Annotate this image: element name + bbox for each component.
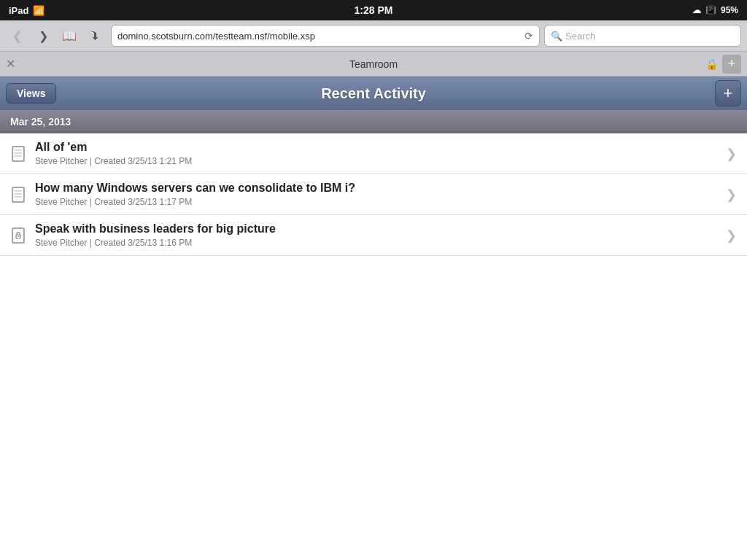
item-meta: Steve Pitcher | Created 3/25/13 1:16 PM bbox=[35, 238, 726, 248]
views-button[interactable]: Views bbox=[6, 83, 56, 104]
add-button[interactable]: + bbox=[715, 80, 741, 106]
item-title: How many Windows servers can we consolid… bbox=[35, 182, 726, 195]
item-title: Speak with business leaders for big pict… bbox=[35, 222, 726, 236]
item-title: All of 'em bbox=[35, 141, 726, 154]
svg-rect-0 bbox=[12, 147, 24, 161]
icloud-icon: ☁ bbox=[692, 5, 701, 15]
reload-button[interactable]: ⟳ bbox=[525, 30, 533, 42]
tab-title: Teamroom bbox=[349, 58, 398, 70]
tab-bar-left: ✕ bbox=[6, 57, 15, 71]
status-bar-right: ☁ 📳 95% bbox=[692, 5, 738, 15]
chevron-right-icon: ❯ bbox=[726, 228, 737, 244]
battery-label: 95% bbox=[721, 5, 738, 15]
activity-list: All of 'em Steve Pitcher | Created 3/25/… bbox=[0, 133, 747, 256]
url-text: domino.scotsburn.com/testteam.nsf/mobile… bbox=[117, 31, 520, 42]
browser-toolbar: ❮ ❯ 📖 ⮯ domino.scotsburn.com/testteam.ns… bbox=[0, 20, 747, 52]
bluetooth-icon: 📳 bbox=[705, 5, 716, 15]
lock-icon: 🔒 bbox=[705, 58, 718, 70]
svg-rect-8 bbox=[12, 228, 24, 243]
bookmarks-button[interactable]: 📖 bbox=[58, 25, 80, 47]
search-placeholder: Search bbox=[565, 31, 595, 42]
status-bar: iPad 📶 1:28 PM ☁ 📳 95% bbox=[0, 0, 747, 20]
address-bar[interactable]: domino.scotsburn.com/testteam.nsf/mobile… bbox=[111, 25, 540, 47]
svg-point-10 bbox=[18, 236, 19, 237]
status-bar-time: 1:28 PM bbox=[355, 4, 393, 16]
date-header: Mar 25, 2013 bbox=[0, 110, 747, 133]
date-label: Mar 25, 2013 bbox=[10, 116, 71, 128]
close-tab-icon[interactable]: ✕ bbox=[6, 57, 15, 71]
item-meta: Steve Pitcher | Created 3/25/13 1:21 PM bbox=[35, 156, 726, 166]
app-header: Views Recent Activity + bbox=[0, 77, 747, 110]
tab-bar: ✕ Teamroom 🔒 + bbox=[0, 52, 747, 77]
list-item[interactable]: Speak with business leaders for big pict… bbox=[0, 215, 747, 256]
forward-button[interactable]: ❯ bbox=[32, 25, 54, 47]
item-meta: Steve Pitcher | Created 3/25/13 1:17 PM bbox=[35, 197, 726, 207]
list-item[interactable]: All of 'em Steve Pitcher | Created 3/25/… bbox=[0, 133, 747, 174]
search-icon: 🔍 bbox=[551, 31, 562, 42]
item-content: Speak with business leaders for big pict… bbox=[35, 222, 726, 248]
search-bar[interactable]: 🔍 Search bbox=[544, 25, 741, 47]
svg-rect-4 bbox=[12, 187, 24, 202]
status-bar-left: iPad 📶 bbox=[9, 5, 44, 16]
lock-doc-icon bbox=[10, 228, 26, 244]
back-button[interactable]: ❮ bbox=[6, 25, 28, 47]
doc-icon bbox=[10, 146, 26, 162]
app-title: Recent Activity bbox=[321, 85, 426, 102]
chevron-right-icon: ❯ bbox=[726, 146, 737, 162]
tab-bar-right: 🔒 + bbox=[705, 55, 741, 74]
wifi-icon: 📶 bbox=[33, 5, 44, 16]
doc-icon bbox=[10, 187, 26, 203]
item-content: How many Windows servers can we consolid… bbox=[35, 182, 726, 207]
chevron-right-icon: ❯ bbox=[726, 187, 737, 203]
new-tab-button[interactable]: + bbox=[722, 55, 741, 74]
list-item[interactable]: How many Windows servers can we consolid… bbox=[0, 174, 747, 215]
share-button[interactable]: ⮯ bbox=[85, 25, 107, 47]
item-content: All of 'em Steve Pitcher | Created 3/25/… bbox=[35, 141, 726, 166]
device-label: iPad bbox=[9, 5, 28, 16]
